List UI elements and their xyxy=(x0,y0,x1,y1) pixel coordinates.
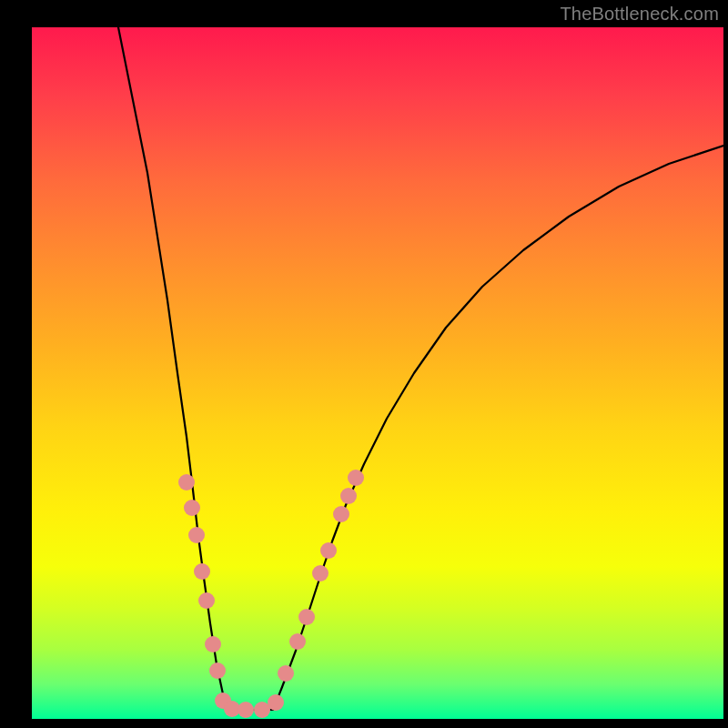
curve-svg xyxy=(32,27,723,719)
marker-dot xyxy=(188,527,205,543)
marker-dot xyxy=(238,702,254,718)
marker-dot xyxy=(205,636,221,652)
marker-dot xyxy=(289,633,306,650)
marker-dot xyxy=(198,592,215,609)
marker-dot xyxy=(184,500,200,516)
marker-dot xyxy=(340,488,357,504)
marker-dot xyxy=(268,694,284,711)
marker-dot xyxy=(312,565,329,581)
marker-dot xyxy=(278,665,294,682)
plot-area xyxy=(32,27,723,719)
watermark-text: TheBottleneck.com xyxy=(560,4,719,25)
chart-frame: TheBottleneck.com xyxy=(0,0,728,728)
marker-dot xyxy=(348,470,364,486)
curve-markers xyxy=(178,470,364,718)
marker-dot xyxy=(298,609,315,625)
marker-dot xyxy=(209,662,226,679)
marker-dot xyxy=(320,542,337,559)
marker-dot xyxy=(333,506,349,522)
marker-dot xyxy=(178,474,195,490)
marker-dot xyxy=(194,563,210,580)
